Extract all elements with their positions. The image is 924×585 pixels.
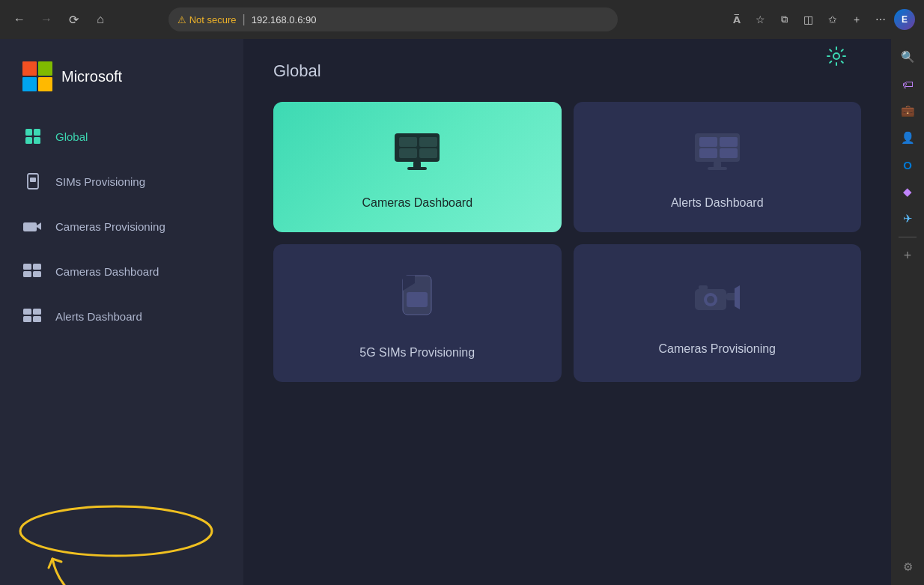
svg-rect-29 (714, 162, 721, 168)
main-content: Global (243, 39, 891, 585)
address-bar[interactable]: ⚠ Not secure | 192.168.0.6:90 (168, 7, 618, 31)
sidebar-logo: Microsoft (0, 54, 243, 114)
svg-point-35 (707, 296, 714, 303)
svg-rect-20 (399, 148, 417, 158)
sidebar: Microsoft Global (0, 39, 243, 585)
card-label-alerts-dashboard: Alerts Dashboard (671, 196, 764, 210)
svg-rect-30 (708, 167, 727, 170)
svg-rect-19 (419, 137, 437, 147)
sidebar-item-cameras-dashboard[interactable]: Cameras Dashboard (0, 249, 243, 294)
cameras-dashboard-sidebar-icon (22, 261, 43, 282)
card-cameras-provisioning[interactable]: Cameras Provisioning (574, 244, 862, 382)
split-screen-button[interactable]: ◫ (798, 9, 819, 30)
svg-rect-9 (33, 271, 41, 277)
card-5g-sims[interactable]: 5G SIMs Provisioning (273, 244, 562, 382)
card-label-5g-sims: 5G SIMs Provisioning (359, 346, 475, 360)
favorites-button[interactable]: ✩ (822, 9, 843, 30)
sidebar-item-sims[interactable]: SIMs Provisioning (0, 159, 243, 204)
bs-search-icon[interactable]: 🔍 (896, 45, 920, 69)
bookmark-button[interactable]: ☆ (750, 9, 771, 30)
svg-rect-13 (33, 316, 41, 322)
svg-point-14 (20, 506, 212, 556)
svg-rect-22 (413, 162, 421, 168)
bs-label-icon[interactable]: 🏷 (896, 72, 920, 96)
page-title: Global (273, 61, 861, 81)
svg-rect-26 (720, 137, 738, 147)
sidebar-item-label-cameras-dash: Cameras Dashboard (55, 265, 159, 278)
card-cameras-dashboard[interactable]: Cameras Dashboard (273, 102, 562, 232)
bs-gem-icon[interactable]: ◆ (896, 180, 920, 204)
annotation-arrow (45, 551, 135, 585)
annotation-circle (15, 503, 225, 563)
sidebar-item-global[interactable]: Global (0, 114, 243, 159)
microsoft-logo (22, 61, 52, 91)
logo-green (38, 61, 52, 76)
settings-gear[interactable] (827, 46, 846, 69)
browser-chrome: ← → ⟳ ⌂ ⚠ Not secure | 192.168.0.6:90 A̅… (0, 0, 924, 39)
alerts-dashboard-sidebar-icon (22, 306, 43, 327)
more-button[interactable]: ⋯ (870, 9, 891, 30)
bs-gear-icon[interactable]: ⚙ (896, 555, 920, 579)
extensions-button[interactable]: ⧉ (774, 9, 795, 30)
svg-rect-23 (407, 167, 427, 170)
svg-rect-10 (23, 309, 31, 315)
bs-user-icon[interactable]: 👤 (896, 126, 920, 150)
refresh-button[interactable]: ⟳ (63, 9, 84, 30)
profile-button[interactable]: E (894, 9, 915, 30)
svg-rect-5 (30, 178, 36, 182)
svg-rect-12 (23, 316, 31, 322)
svg-rect-37 (699, 285, 708, 290)
cameras-dashboard-card-icon (391, 132, 443, 181)
5g-sims-card-icon (397, 274, 438, 331)
svg-rect-32 (407, 292, 428, 307)
svg-rect-21 (419, 148, 437, 158)
bs-outlook-icon[interactable]: O (896, 153, 920, 177)
svg-point-15 (833, 53, 839, 59)
bs-telegram-icon[interactable]: ✈ (896, 207, 920, 231)
cards-grid: Cameras Dashboard Alerts Dashboard (273, 102, 861, 382)
svg-rect-0 (25, 129, 32, 136)
svg-rect-3 (34, 137, 40, 144)
read-aloud-button[interactable]: A̅ (726, 9, 747, 30)
card-alerts-dashboard[interactable]: Alerts Dashboard (574, 102, 862, 232)
card-label-cameras-dashboard: Cameras Dashboard (362, 196, 472, 210)
logo-red (22, 61, 37, 76)
sidebar-nav: Global SIMs Provisioning (0, 114, 243, 339)
svg-rect-6 (23, 264, 31, 270)
global-icon (22, 126, 43, 147)
sidebar-item-label-sims: SIMs Provisioning (55, 175, 145, 188)
svg-rect-8 (23, 271, 31, 277)
cameras-provisioning-icon (22, 216, 43, 237)
brand-name: Microsoft (61, 68, 122, 85)
bs-plus-icon[interactable]: + (896, 243, 920, 267)
svg-rect-18 (399, 137, 417, 147)
sidebar-item-label-alerts: Alerts Dashboard (55, 310, 142, 323)
svg-rect-2 (25, 137, 32, 144)
home-button[interactable]: ⌂ (90, 9, 111, 30)
browser-add-button[interactable]: + (846, 9, 867, 30)
logo-yellow (38, 77, 52, 91)
app-layout: Microsoft Global (0, 39, 924, 585)
alerts-dashboard-card-icon (691, 132, 744, 181)
logo-blue (22, 77, 37, 91)
warning-icon: ⚠ (177, 14, 186, 25)
svg-rect-28 (720, 148, 738, 158)
svg-rect-1 (34, 129, 40, 136)
bs-bag-icon[interactable]: 💼 (896, 99, 920, 123)
sims-icon (22, 171, 43, 192)
sidebar-item-alerts-dashboard[interactable]: Alerts Dashboard (0, 294, 243, 339)
back-button[interactable]: ← (9, 9, 30, 30)
svg-rect-25 (699, 137, 717, 147)
browser-actions: A̅ ☆ ⧉ ◫ ✩ + ⋯ E (726, 9, 915, 30)
svg-rect-7 (33, 264, 41, 270)
bs-divider (899, 237, 917, 237)
forward-button[interactable]: → (36, 9, 57, 30)
security-warning: ⚠ Not secure (177, 14, 237, 25)
browser-sidebar: 🔍 🏷 💼 👤 O ◆ ✈ + ⚙ (891, 39, 924, 585)
sidebar-item-cameras-provisioning[interactable]: Cameras Provisioning (0, 204, 243, 249)
svg-rect-11 (33, 309, 41, 315)
card-label-cameras-provisioning: Cameras Provisioning (658, 342, 776, 356)
sidebar-item-label-cameras-prov: Cameras Provisioning (55, 220, 165, 233)
sidebar-item-label-global: Global (55, 130, 88, 143)
cameras-provisioning-card-icon (691, 278, 744, 327)
